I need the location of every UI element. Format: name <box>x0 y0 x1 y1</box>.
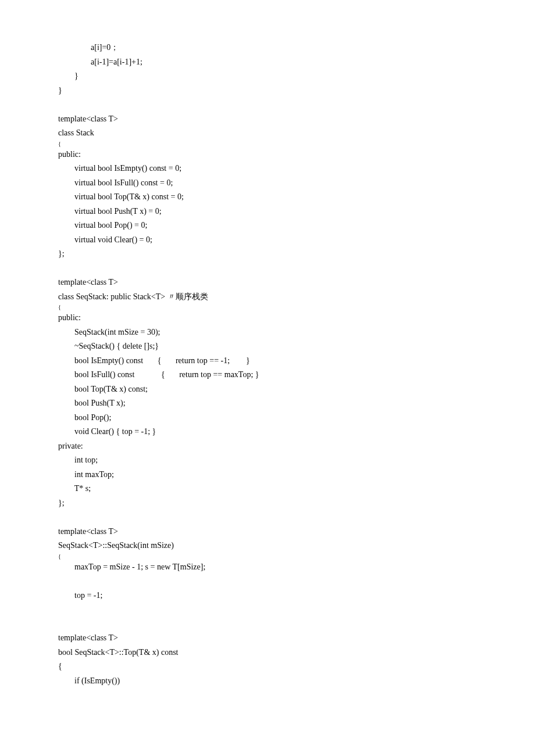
code-line: virtual bool Push(T x) = 0; <box>58 205 477 219</box>
code-line: { <box>58 304 477 311</box>
code-line: virtual bool IsEmpty() const = 0; <box>58 162 477 176</box>
code-line: template<class T> <box>58 525 477 539</box>
code-line: a[i]=0； <box>58 41 477 55</box>
code-line: template<class T> <box>58 631 477 646</box>
code-line: virtual bool Pop() = 0; <box>58 218 477 233</box>
code-line: }; <box>58 247 477 261</box>
code-line <box>58 617 477 632</box>
code-line: virtual bool Top(T& x) const = 0; <box>58 190 477 205</box>
code-line: class Stack <box>58 126 477 141</box>
code-line: virtual bool IsFull() const = 0; <box>58 176 477 191</box>
code-line: SeqStack(int mSize = 30); <box>58 325 477 340</box>
code-line <box>58 574 477 589</box>
code-line: bool Push(T x); <box>58 396 477 411</box>
code-line: { <box>58 660 477 674</box>
document-page: a[i]=0； a[i-1]=a[i-1]+1; }} template<cla… <box>0 0 535 756</box>
code-line: T* s; <box>58 482 477 496</box>
code-line: bool IsFull() const { return top == maxT… <box>58 368 477 382</box>
code-line: void Clear() { top = -1; } <box>58 425 477 439</box>
code-line <box>58 98 477 112</box>
code-line: bool SeqStack<T>::Top(T& x) const <box>58 646 477 660</box>
code-line: bool Pop(); <box>58 411 477 425</box>
code-line: template<class T> <box>58 112 477 127</box>
code-line: private: <box>58 439 477 454</box>
code-line: } <box>58 69 477 84</box>
code-line: int maxTop; <box>58 468 477 482</box>
code-line: bool IsEmpty() const { return top == -1;… <box>58 354 477 368</box>
code-line: { <box>58 141 477 148</box>
code-line: a[i-1]=a[i-1]+1; <box>58 55 477 70</box>
code-line: top = -1; <box>58 589 477 603</box>
code-line: }; <box>58 496 477 511</box>
code-line: public: <box>58 148 477 162</box>
code-line: bool Top(T& x) const; <box>58 382 477 397</box>
code-line: { <box>58 553 477 560</box>
code-line: public: <box>58 311 477 325</box>
code-block: a[i]=0； a[i-1]=a[i-1]+1; }} template<cla… <box>58 41 477 688</box>
code-line: virtual void Clear() = 0; <box>58 233 477 248</box>
code-line: if (IsEmpty()) <box>58 674 477 689</box>
code-line: } <box>58 84 477 98</box>
code-line <box>58 603 477 617</box>
code-line <box>58 261 477 276</box>
code-line: SeqStack<T>::SeqStack(int mSize) <box>58 539 477 553</box>
code-line: class SeqStack: public Stack<T> 〃顺序栈类 <box>58 290 477 304</box>
code-line <box>58 510 477 525</box>
code-line: int top; <box>58 453 477 468</box>
code-line: template<class T> <box>58 275 477 290</box>
code-line: ~SeqStack() { delete []s;} <box>58 339 477 354</box>
code-line: maxTop = mSize - 1; s = new T[mSize]; <box>58 560 477 575</box>
